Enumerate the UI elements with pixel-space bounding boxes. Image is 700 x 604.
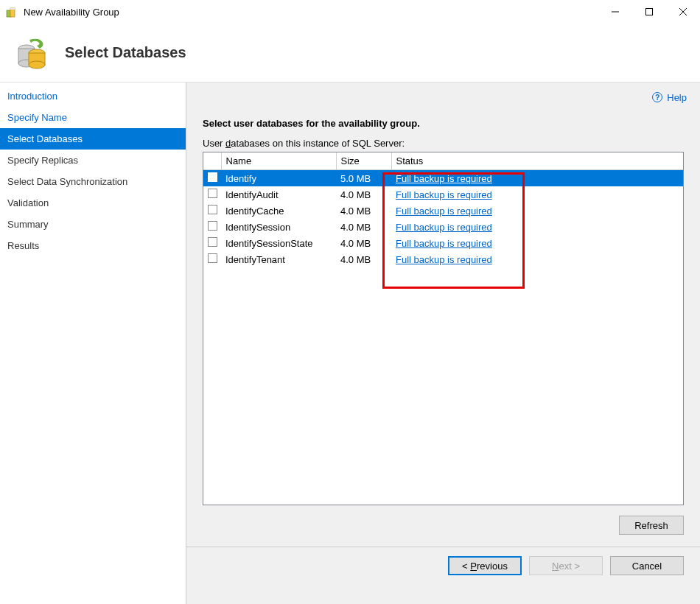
col-size-header[interactable]: Size: [336, 152, 391, 170]
help-row: ? Help: [186, 82, 700, 105]
table-row[interactable]: IdentifyCache 4.0 MB Full backup is requ…: [203, 203, 683, 219]
table-row[interactable]: IdentifyTenant 4.0 MB Full backup is req…: [203, 251, 683, 267]
sidebar-item-select-data-sync[interactable]: Select Data Synchronization: [0, 171, 186, 192]
help-link[interactable]: ? Help: [652, 90, 687, 105]
checkbox[interactable]: [208, 253, 217, 263]
sidebar-item-results[interactable]: Results: [0, 235, 186, 256]
status-link[interactable]: Full backup is required: [396, 189, 492, 200]
svg-rect-2: [10, 8, 15, 10]
cell-name: IdentifySessionState: [221, 235, 336, 251]
cell-name: Identify: [221, 170, 336, 187]
table-row[interactable]: IdentifySession 4.0 MB Full backup is re…: [203, 219, 683, 235]
cell-name: IdentifyTenant: [221, 251, 336, 267]
wizard-header: Select Databases: [0, 24, 700, 82]
checkbox[interactable]: [208, 205, 217, 214]
sidebar-item-introduction[interactable]: Introduction: [0, 85, 186, 107]
col-status-header[interactable]: Status: [391, 152, 683, 170]
cell-size: 4.0 MB: [336, 235, 391, 251]
maximize-button[interactable]: [632, 0, 666, 24]
previous-button[interactable]: < Previous: [448, 556, 522, 575]
cell-size: 4.0 MB: [336, 251, 391, 267]
window-buttons: [598, 0, 700, 24]
status-link[interactable]: Full backup is required: [396, 254, 492, 265]
database-table: Name Size Status Identify 5.0 MB Full ba…: [203, 152, 683, 267]
minimize-button[interactable]: [598, 0, 632, 24]
wizard-body: Introduction Specify Name Select Databas…: [0, 82, 700, 604]
sidebar-item-summary[interactable]: Summary: [0, 214, 186, 235]
table-header-row: Name Size Status: [203, 152, 683, 170]
page-title: Select Databases: [65, 44, 186, 61]
help-icon: ?: [652, 92, 662, 102]
cell-size: 4.0 MB: [336, 186, 391, 203]
cancel-button[interactable]: Cancel: [610, 556, 684, 575]
checkbox[interactable]: [208, 237, 217, 247]
close-button[interactable]: [666, 0, 700, 24]
cell-size: 4.0 MB: [336, 219, 391, 235]
database-table-container: Name Size Status Identify 5.0 MB Full ba…: [203, 152, 684, 505]
next-suffix: ext >: [559, 561, 580, 572]
prev-suffix: revious: [477, 561, 508, 572]
footer-buttons: < Previous Next > Cancel: [186, 547, 700, 575]
table-row[interactable]: IdentifySessionState 4.0 MB Full backup …: [203, 235, 683, 251]
svg-point-12: [29, 61, 45, 69]
sidebar-item-specify-name[interactable]: Specify Name: [0, 107, 186, 128]
cell-size: 5.0 MB: [336, 170, 391, 187]
checkbox[interactable]: [208, 189, 217, 198]
cell-name: IdentifySession: [221, 219, 336, 235]
col-name-header[interactable]: Name: [221, 152, 336, 170]
table-row[interactable]: Identify 5.0 MB Full backup is required: [203, 170, 683, 187]
help-label: Help: [667, 92, 687, 103]
app-icon: [6, 6, 18, 18]
subtext-prefix: User: [203, 138, 225, 149]
prev-ul: P: [470, 561, 477, 572]
cell-name: IdentifyAudit: [221, 186, 336, 203]
main-panel: ? Help Select user databases for the ava…: [186, 82, 700, 604]
refresh-row: Refresh: [186, 505, 700, 535]
sidebar: Introduction Specify Name Select Databas…: [0, 82, 186, 604]
sidebar-item-specify-replicas[interactable]: Specify Replicas: [0, 150, 186, 171]
checkbox[interactable]: [208, 172, 217, 182]
status-link[interactable]: Full backup is required: [396, 222, 492, 233]
cell-name: IdentifyCache: [221, 203, 336, 219]
checkbox[interactable]: [208, 221, 217, 231]
svg-rect-4: [646, 9, 653, 15]
status-link[interactable]: Full backup is required: [396, 173, 492, 184]
window-title: New Availability Group: [24, 7, 598, 18]
refresh-button[interactable]: Refresh: [619, 516, 684, 535]
status-link[interactable]: Full backup is required: [396, 238, 492, 249]
next-ul: N: [552, 561, 559, 572]
instruction-text: Select user databases for the availabili…: [186, 105, 700, 133]
cell-size: 4.0 MB: [336, 203, 391, 219]
sidebar-item-validation[interactable]: Validation: [0, 192, 186, 214]
subtext-suffix: atabases on this instance of SQL Server:: [231, 138, 405, 149]
next-button: Next >: [529, 556, 603, 575]
status-link[interactable]: Full backup is required: [396, 206, 492, 217]
databases-icon: [15, 35, 50, 71]
prev-prefix: <: [462, 561, 470, 572]
title-bar: New Availability Group: [0, 0, 700, 24]
subtext: User databases on this instance of SQL S…: [186, 133, 700, 152]
table-row[interactable]: IdentifyAudit 4.0 MB Full backup is requ…: [203, 186, 683, 203]
sidebar-item-select-databases[interactable]: Select Databases: [0, 128, 186, 150]
col-check-header[interactable]: [203, 152, 221, 170]
